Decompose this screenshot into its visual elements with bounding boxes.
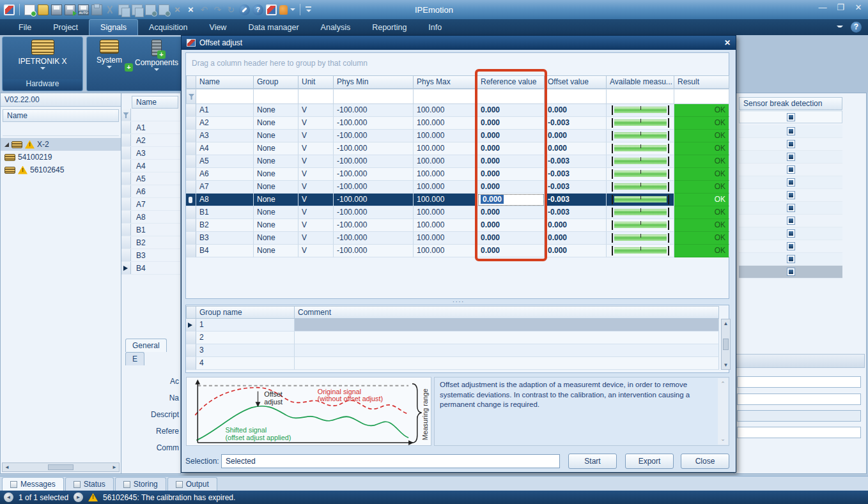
signal-row[interactable]: A1 None V -100.000 100.000 0.000 0.000 O… (186, 104, 729, 117)
cell-group-name[interactable]: 1 (196, 319, 295, 332)
row-selector[interactable] (121, 160, 131, 172)
cell-group[interactable]: None (254, 232, 298, 245)
row-selector[interactable] (121, 211, 131, 223)
comment-field[interactable] (737, 427, 861, 438)
cell-unit[interactable]: V (298, 245, 334, 257)
delete-icon[interactable]: × (172, 4, 183, 15)
sensor-break-row[interactable] (739, 266, 842, 279)
signal-row[interactable]: B1 (121, 224, 180, 236)
cell-offset-value[interactable]: -0.003 (545, 194, 607, 206)
cell-phys-max[interactable]: 100.000 (414, 142, 477, 155)
group-row[interactable]: 2 (186, 332, 719, 344)
cell-phys-min[interactable]: -100.000 (334, 181, 414, 194)
sensor-break-row[interactable] (739, 215, 842, 227)
cell-comment[interactable] (295, 344, 719, 357)
sensor-break-row[interactable] (739, 253, 842, 266)
tree-item[interactable]: 56102645 (1, 164, 121, 176)
cell-unit[interactable]: V (298, 142, 334, 155)
cell-unit[interactable]: V (298, 219, 334, 232)
cell-offset-value[interactable]: 0.000 (545, 245, 607, 257)
ipemotion-logo-icon[interactable] (266, 4, 277, 15)
signal-row[interactable]: A8 None V -100.000 100.000 0.000 -0.003 … (186, 194, 729, 206)
cell-phys-max[interactable]: 100.000 (414, 168, 477, 181)
checkbox-icon[interactable] (787, 127, 795, 135)
cell-name[interactable]: A6 (196, 168, 254, 181)
row-selector[interactable] (186, 357, 196, 370)
description-scrollbar[interactable]: ⌃ ⌄ (718, 378, 728, 445)
properties-tab[interactable]: General (125, 339, 167, 352)
cell-unit[interactable]: V (298, 181, 334, 194)
bottom-tab[interactable]: Output (167, 477, 217, 491)
menu-item[interactable]: Reporting (361, 19, 417, 35)
cell-group-name[interactable]: 2 (196, 332, 295, 344)
help-icon[interactable]: ? (252, 4, 263, 15)
cell-phys-min[interactable]: -100.000 (334, 245, 414, 257)
cell-name[interactable]: A1 (196, 104, 254, 117)
scroll-thumb[interactable] (723, 339, 729, 350)
cell-phys-max[interactable]: 100.000 (414, 155, 477, 168)
cell-group-name[interactable]: 3 (196, 344, 295, 357)
start-button[interactable]: Start (568, 454, 617, 469)
cell-group[interactable]: None (254, 168, 298, 181)
expander-icon[interactable] (4, 142, 9, 147)
column-header-unit[interactable]: Unit (298, 75, 334, 89)
ipetronik-x-button[interactable]: IPETRONIK X (3, 40, 82, 70)
cell-phys-min[interactable]: -100.000 (334, 155, 414, 168)
group-table-scrollbar[interactable]: ▲ ▼ (721, 319, 731, 370)
toolbar-more-icon[interactable] (305, 4, 313, 15)
ribbon-group-caption[interactable]: Hardware (3, 79, 82, 90)
column-header-available[interactable]: Available measu... (607, 75, 674, 89)
row-selector[interactable] (186, 206, 196, 219)
tree-item[interactable]: 54100219 (1, 151, 121, 164)
copy-icon[interactable] (118, 4, 129, 15)
cell-offset-value[interactable]: 0.000 (545, 130, 607, 142)
save-as-icon[interactable] (65, 4, 75, 15)
cell-comment[interactable] (295, 357, 719, 370)
name-field[interactable] (737, 376, 861, 388)
next-message-icon[interactable]: ► (74, 493, 83, 502)
column-header-phys-min[interactable]: Phys Min (334, 75, 414, 89)
cell-group[interactable]: None (254, 206, 298, 219)
column-header-result[interactable]: Result (674, 75, 729, 89)
cell-phys-min[interactable]: -100.000 (334, 117, 414, 130)
tree-horizontal-scrollbar[interactable]: ◄ ► (2, 462, 120, 472)
cell-reference-value[interactable]: 0.000 (477, 245, 545, 257)
menu-item[interactable]: Project (42, 19, 89, 35)
signal-row[interactable]: A6 (121, 185, 180, 198)
splitter-handle[interactable]: ∙∙∙∙ (182, 298, 736, 305)
sensor-break-row[interactable] (739, 227, 842, 240)
signal-row[interactable]: B4 (121, 262, 180, 275)
signal-filter-row[interactable] (121, 109, 180, 121)
row-selector[interactable] (121, 147, 131, 159)
row-selector[interactable] (186, 142, 196, 155)
cell-offset-value[interactable]: -0.003 (545, 117, 607, 130)
cell-offset-value[interactable]: 0.000 (545, 104, 607, 117)
row-selector[interactable] (186, 245, 196, 257)
maximize-button[interactable]: ❐ (835, 3, 846, 12)
cell-offset-value[interactable]: -0.003 (545, 168, 607, 181)
signal-row[interactable]: B2 None V -100.000 100.000 0.000 0.000 O… (186, 219, 729, 232)
cell-phys-min[interactable]: -100.000 (334, 130, 414, 142)
column-header-group[interactable]: Group (254, 75, 298, 89)
bottom-tab[interactable]: Messages (2, 477, 64, 491)
cell-phys-min[interactable]: -100.000 (334, 232, 414, 245)
filter-cell[interactable] (254, 89, 298, 104)
checkbox-icon[interactable] (787, 217, 795, 225)
dialog-titlebar[interactable]: Offset adjust ✕ (182, 36, 736, 50)
row-selector[interactable] (121, 172, 131, 185)
tree-item[interactable]: X-2 (1, 138, 121, 151)
collapse-ribbon-icon[interactable] (837, 26, 843, 29)
cell-comment[interactable] (295, 319, 719, 332)
hand-tool-caret-icon[interactable] (290, 8, 295, 11)
sensor-filter-cell[interactable] (739, 111, 842, 123)
cell-reference-value[interactable]: 0.000 (477, 155, 545, 168)
export-button[interactable]: Export (625, 454, 674, 469)
redo-icon[interactable]: ↷ (212, 4, 223, 15)
cell-name[interactable]: A2 (196, 117, 254, 130)
options-wrench-icon[interactable] (239, 4, 250, 15)
row-selector[interactable] (186, 104, 196, 117)
cell-phys-max[interactable]: 100.000 (414, 181, 477, 194)
row-selector[interactable] (121, 121, 131, 134)
print-icon[interactable] (91, 4, 102, 15)
cell-unit[interactable]: V (298, 206, 334, 219)
